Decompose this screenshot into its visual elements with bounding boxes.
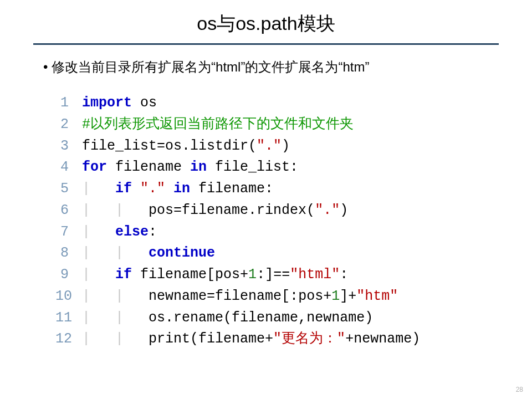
line-number: 2 xyxy=(55,114,82,136)
code-line: 11| | os.rename(filename,newname) xyxy=(55,308,488,329)
code-line: 3file_list=os.listdir(".") xyxy=(55,136,488,157)
line-number: 5 xyxy=(55,178,82,200)
code-content: | | pos=filename.rindex(".") xyxy=(82,200,348,222)
line-number: 4 xyxy=(55,157,82,178)
code-content: file_list=os.listdir(".") xyxy=(82,136,290,157)
code-line: 10| | newname=filename[:pos+1]+"htm" xyxy=(55,286,488,308)
code-line: 9| if filename[pos+1:]=="html": xyxy=(55,264,488,286)
code-content: | | os.rename(filename,newname) xyxy=(82,308,373,329)
code-content: | | newname=filename[:pos+1]+"htm" xyxy=(82,286,398,308)
line-number: 7 xyxy=(55,222,82,243)
code-block: 1import os2#以列表形式返回当前路径下的文件和文件夹3file_lis… xyxy=(55,93,488,350)
code-content: | if "." in filename: xyxy=(82,178,273,200)
line-number: 10 xyxy=(55,286,82,308)
code-line: 1import os xyxy=(55,93,488,114)
code-line: 2#以列表形式返回当前路径下的文件和文件夹 xyxy=(55,114,488,136)
title-underline xyxy=(33,43,499,45)
code-line: 6| | pos=filename.rindex(".") xyxy=(55,200,488,222)
slide-title: os与os.path模块 xyxy=(0,0,532,43)
code-line: 4for filename in file_list: xyxy=(55,157,488,178)
code-content: | | continue xyxy=(82,243,215,264)
code-content: import os xyxy=(82,93,157,114)
line-number: 12 xyxy=(55,329,82,350)
code-content: #以列表形式返回当前路径下的文件和文件夹 xyxy=(82,114,354,136)
code-line: 5| if "." in filename: xyxy=(55,178,488,200)
line-number: 1 xyxy=(55,93,82,114)
code-content: | if filename[pos+1:]=="html": xyxy=(82,264,348,286)
page-number: 28 xyxy=(516,386,523,393)
code-content: for filename in file_list: xyxy=(82,157,298,178)
code-content: | | print(filename+"更名为："+newname) xyxy=(82,329,420,350)
line-number: 6 xyxy=(55,200,82,222)
line-number: 11 xyxy=(55,308,82,329)
code-content: | else: xyxy=(82,222,157,243)
bullet-text: 修改当前目录所有扩展名为“html”的文件扩展名为“htm” xyxy=(43,58,493,76)
code-line: 12| | print(filename+"更名为："+newname) xyxy=(55,329,488,350)
code-line: 7| else: xyxy=(55,222,488,243)
line-number: 8 xyxy=(55,243,82,264)
line-number: 3 xyxy=(55,136,82,157)
code-line: 8| | continue xyxy=(55,243,488,264)
line-number: 9 xyxy=(55,264,82,286)
